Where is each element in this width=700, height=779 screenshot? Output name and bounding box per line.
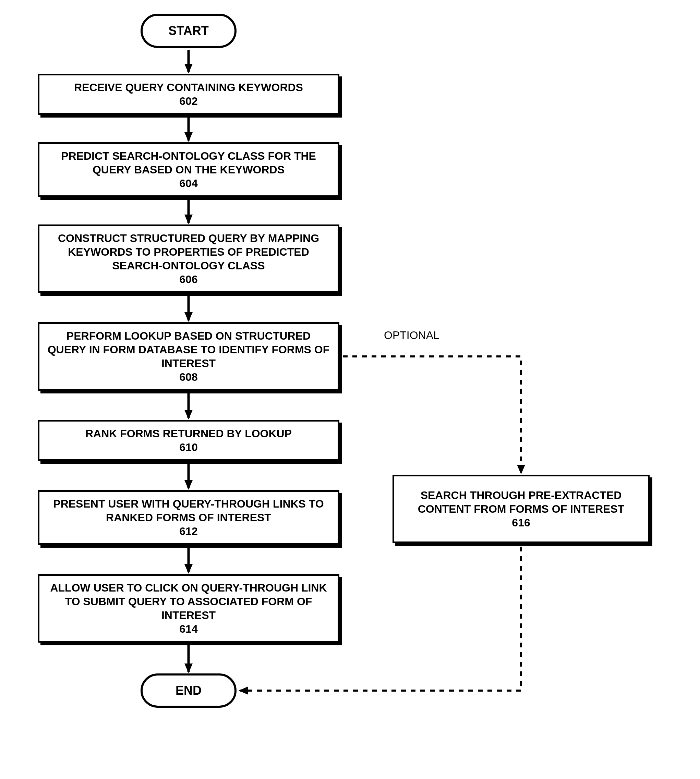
step-616-text: SEARCH THROUGH PRE-EXTRACTED CONTENT FRO… [401, 488, 641, 516]
step-612: PRESENT USER WITH QUERY-THROUGH LINKS TO… [38, 490, 339, 545]
step-608-text: PERFORM LOOKUP BASED ON STRUCTURED QUERY… [46, 329, 331, 370]
step-614-num: 614 [179, 622, 197, 636]
step-602-text: RECEIVE QUERY CONTAINING KEYWORDS [74, 80, 303, 94]
step-604-text: PREDICT SEARCH-ONTOLOGY CLASS FOR THE QU… [46, 149, 331, 176]
step-602: RECEIVE QUERY CONTAINING KEYWORDS 602 [38, 74, 339, 115]
step-606: CONSTRUCT STRUCTURED QUERY BY MAPPING KE… [38, 225, 339, 293]
terminal-start-label: START [168, 24, 208, 38]
step-610: RANK FORMS RETURNED BY LOOKUP 610 [38, 420, 339, 461]
step-606-num: 606 [179, 273, 197, 286]
step-616-num: 616 [512, 516, 530, 529]
terminal-end-label: END [175, 683, 202, 698]
optional-label: OPTIONAL [384, 329, 440, 342]
step-610-num: 610 [179, 440, 197, 454]
step-606-text: CONSTRUCT STRUCTURED QUERY BY MAPPING KE… [46, 231, 331, 273]
step-610-text: RANK FORMS RETURNED BY LOOKUP [85, 427, 292, 440]
step-614: ALLOW USER TO CLICK ON QUERY-THROUGH LIN… [38, 574, 339, 643]
step-612-num: 612 [179, 524, 197, 538]
step-612-text: PRESENT USER WITH QUERY-THROUGH LINKS TO… [46, 497, 331, 524]
step-616: SEARCH THROUGH PRE-EXTRACTED CONTENT FRO… [393, 474, 650, 543]
dashed-arrow-608-to-616 [343, 356, 521, 473]
terminal-start: START [140, 14, 237, 48]
step-614-text: ALLOW USER TO CLICK ON QUERY-THROUGH LIN… [46, 581, 331, 622]
step-602-num: 602 [179, 94, 197, 108]
step-608: PERFORM LOOKUP BASED ON STRUCTURED QUERY… [38, 322, 339, 391]
flowchart: START RECEIVE QUERY CONTAINING KEYWORDS … [14, 14, 672, 761]
step-604-num: 604 [179, 176, 197, 190]
terminal-end: END [140, 673, 237, 708]
step-604: PREDICT SEARCH-ONTOLOGY CLASS FOR THE QU… [38, 142, 339, 197]
step-608-num: 608 [179, 370, 197, 384]
